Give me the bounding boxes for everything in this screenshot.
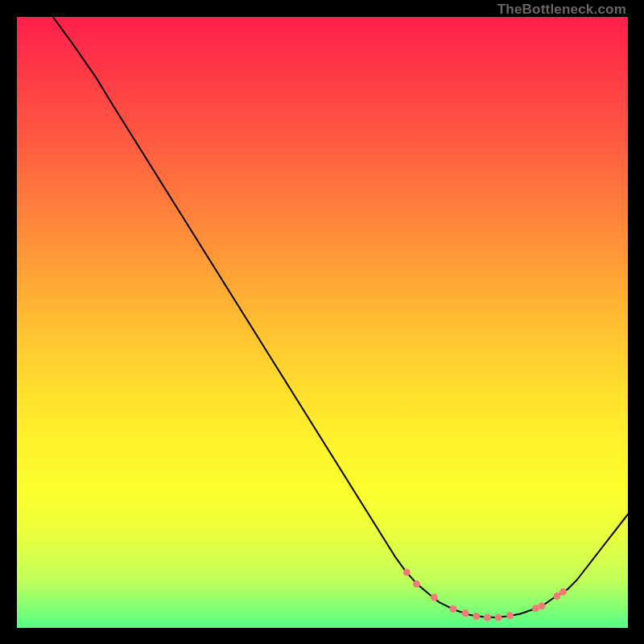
- bottleneck-curve: [53, 17, 628, 617]
- data-point: [449, 605, 456, 613]
- data-point: [403, 568, 411, 576]
- data-point: [506, 612, 514, 619]
- data-point: [559, 588, 567, 596]
- data-point: [413, 580, 420, 588]
- data-point: [484, 614, 491, 621]
- data-point: [495, 614, 502, 621]
- chart-svg: [17, 17, 628, 628]
- data-point: [539, 602, 546, 609]
- data-point: [462, 609, 469, 617]
- watermark-text: TheBottleneck.com: [497, 2, 626, 18]
- data-point: [554, 592, 561, 600]
- data-point: [431, 594, 438, 601]
- data-point-dots: [403, 568, 567, 621]
- data-point: [473, 613, 480, 620]
